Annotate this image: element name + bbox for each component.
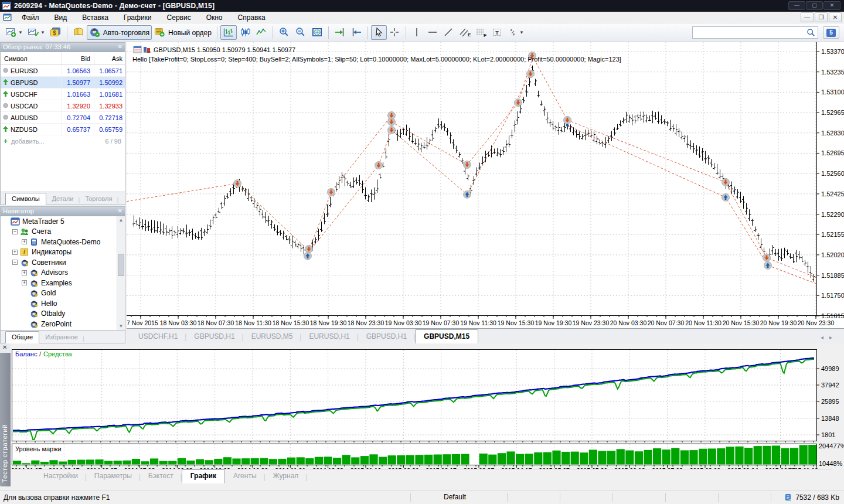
window-minimize-button[interactable]: — (788, 1, 805, 10)
tester-tab-журнал[interactable]: Журнал| (265, 470, 307, 483)
horizontal-line-button[interactable] (425, 25, 441, 40)
gbpusd-m15-chart[interactable]: 1.533701.532351.531001.529651.528301.526… (127, 42, 844, 328)
market-watch-add-row[interactable]: + добавить... 6 / 98 (1, 135, 125, 147)
auto-scroll-button[interactable] (332, 25, 348, 40)
menu-item-5[interactable]: Сервис (159, 12, 199, 23)
community-comments-button[interactable]: 5 (823, 26, 839, 39)
mql5-book-button[interactable] (70, 25, 87, 40)
tree-item-label: MetaQuotes-Demo (41, 238, 100, 246)
trendline-button[interactable] (441, 25, 457, 40)
child-minimize-button[interactable]: — (801, 12, 814, 22)
market-watch-column-header[interactable]: Символ Bid Ask (1, 52, 125, 65)
tile-windows-button[interactable] (309, 25, 325, 40)
new-chart-button[interactable]: ▼ (3, 25, 25, 40)
cursor-button[interactable] (371, 25, 387, 40)
close-icon[interactable]: ✕ (118, 43, 122, 50)
column-bid: Bid (62, 52, 94, 65)
expand-plus-icon[interactable]: + (22, 239, 27, 244)
market-watch-row-usdchf[interactable]: USDCHF1.016631.01681 (1, 88, 125, 100)
tree-item-zeropoint[interactable]: ZeroPoint (1, 319, 117, 329)
market-watch-header[interactable]: Обзор рынка: 07:33:46 ✕ (1, 43, 125, 52)
menu-item-7[interactable]: Справка (230, 12, 273, 23)
close-icon[interactable]: ✕ (118, 207, 122, 214)
tree-item-examples[interactable]: +Examples (1, 278, 117, 288)
chart-pane[interactable]: 1.533701.532351.531001.529651.528301.526… (127, 42, 844, 328)
chart-tab-gbpusd-m15[interactable]: GBPUSD,M15 (415, 329, 478, 344)
tester-tab-агенты[interactable]: Агенты| (225, 470, 265, 483)
tree-item-advisors[interactable]: +Advisors (1, 268, 117, 278)
tree-item-индикаторы[interactable]: +fИндикаторы (1, 247, 117, 258)
status-profile[interactable]: Default (410, 493, 507, 502)
tree-item-otbaldy[interactable]: Otbaldy (1, 309, 117, 319)
market-watch-row-usdcad[interactable]: USDCAD1.329201.32933 (1, 100, 125, 112)
tree-item-gold[interactable]: Gold (1, 288, 117, 299)
menu-item-1[interactable]: Файл (14, 12, 47, 23)
chart-tab-usdchf-h1[interactable]: USDCHF,H1| (130, 330, 186, 343)
tree-item-счета[interactable]: −Счета (1, 227, 117, 237)
tester-results-chart[interactable]: 499893794225895138481801Баланс/СредстваУ… (12, 348, 844, 474)
scroll-down-icon[interactable]: ▼ (117, 322, 125, 330)
tester-tab-настройки[interactable]: Настройки| (35, 470, 86, 483)
expand-plus-icon[interactable]: + (22, 280, 27, 285)
scrollbar-thumb[interactable] (118, 254, 124, 276)
title-bar: 2609294 - MetaQuotes-Demo - Демо-счет - … (0, 0, 844, 12)
bar-chart-button[interactable] (220, 25, 237, 40)
auto-trading-button[interactable]: Авто-торговля (87, 25, 152, 40)
child-restore-button[interactable]: ❐ (815, 12, 828, 22)
equidistant-channel-button[interactable]: E (457, 25, 473, 40)
expand-plus-icon[interactable]: + (22, 270, 27, 275)
market-watch-row-nzdusd[interactable]: NZDUSD0.657370.65759 (1, 124, 125, 135)
arrows-button[interactable]: ▼ (505, 25, 526, 40)
tester-tab-параметры[interactable]: Параметры| (86, 470, 140, 483)
new-order-button[interactable]: Новый ордер (152, 25, 214, 40)
crosshair-button[interactable] (387, 25, 403, 40)
tab-scroll-arrows[interactable]: ◂▸ (821, 334, 838, 340)
tab-детали[interactable]: Детали| (46, 193, 80, 205)
window-close-button[interactable]: ✕ (823, 1, 840, 10)
market-watch-row-audusd[interactable]: AUDUSD0.727040.72718 (1, 112, 125, 124)
tree-item-советники[interactable]: −Советники (1, 257, 117, 268)
market-watch-button[interactable]: $ (47, 25, 64, 40)
search-icon[interactable] (806, 28, 815, 37)
expand-plus-icon[interactable]: + (12, 250, 18, 255)
tree-item-hello[interactable]: Hello (1, 298, 117, 309)
tab-общие[interactable]: Общие (5, 331, 39, 343)
tree-item-metaquotes-demo[interactable]: +MetaQuotes-Demo (1, 237, 117, 247)
menu-item-6[interactable]: Окно (199, 12, 230, 23)
zoom-in-button[interactable] (276, 25, 292, 40)
chart-shift-button[interactable] (348, 25, 365, 40)
chart-tab-gbpusd-h1[interactable]: GBPUSD,H1| (186, 330, 243, 343)
text-button[interactable]: T (489, 25, 505, 40)
close-icon[interactable]: ✕ (2, 344, 7, 350)
scroll-up-icon[interactable]: ▲ (117, 216, 125, 224)
candlestick-button[interactable] (237, 25, 253, 40)
tab-символы[interactable]: Символы (5, 193, 46, 205)
tab-избранное[interactable]: Избранное| (39, 332, 84, 343)
line-chart-button[interactable] (253, 25, 270, 40)
child-close-button[interactable]: ✕ (829, 12, 842, 22)
fibonacci-button[interactable]: F (473, 25, 489, 40)
collapse-minus-icon[interactable]: − (12, 260, 18, 265)
zoom-out-button[interactable] (292, 25, 309, 40)
chart-tab-eurusd-m5[interactable]: EURUSD,M5| (243, 330, 301, 343)
tab-торговля[interactable]: Торговля| (79, 193, 118, 205)
tester-tab-график[interactable]: График (182, 469, 225, 483)
tester-tab-бэктест[interactable]: Бэктест| (140, 470, 182, 483)
menu-item-2[interactable]: Вид (47, 12, 75, 23)
menu-item-4[interactable]: Графики (116, 12, 159, 23)
profiles-button[interactable]: ▼ (25, 25, 47, 40)
collapse-minus-icon[interactable]: − (12, 229, 18, 234)
tester-strip-tab[interactable]: Тестер стратегий (0, 353, 11, 486)
market-watch-row-eurusd[interactable]: EURUSD1.065631.06571 (1, 65, 125, 77)
market-watch-row-gbpusd[interactable]: GBPUSD1.509771.50992 (1, 77, 125, 88)
vertical-line-button[interactable] (409, 25, 425, 40)
navigator-scrollbar[interactable]: ▲ ▼ (117, 216, 125, 330)
window-maximize-button[interactable]: ▢ (806, 1, 823, 10)
chart-tab-gbpusd-h1[interactable]: GBPUSD,H1| (358, 330, 415, 343)
search-input[interactable] (693, 28, 806, 38)
advisor-icon (29, 268, 39, 277)
menu-item-3[interactable]: Вставка (74, 12, 116, 23)
tree-item-metatrader-5[interactable]: MetaTrader 5 (1, 216, 117, 227)
navigator-header[interactable]: Навигатор ✕ (1, 207, 125, 216)
chart-tab-eurusd-h1[interactable]: EURUSD,H1| (301, 330, 358, 343)
